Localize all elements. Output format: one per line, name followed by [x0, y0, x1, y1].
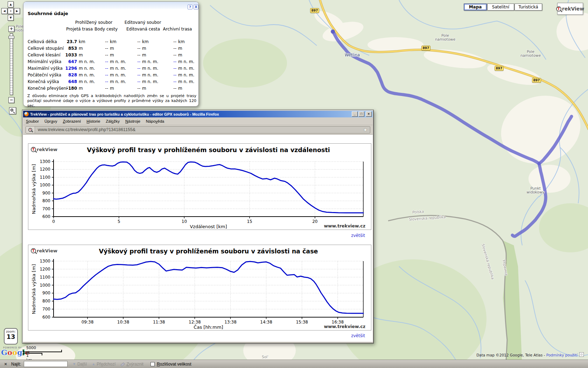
pan-left-button[interactable]: ◀	[1, 8, 7, 14]
maximize-button[interactable]: □	[358, 111, 364, 117]
map-type-satelitni[interactable]: Satelitní	[487, 4, 514, 11]
pan-up-button[interactable]: ▲	[8, 1, 14, 7]
svg-text:15:38: 15:38	[296, 320, 308, 325]
menu-Záložky[interactable]: Záložky	[106, 119, 120, 123]
summary-row: Konečná výška648m n. m.--m n. m.--m n. m…	[23, 79, 198, 85]
svg-text:09:38: 09:38	[82, 320, 94, 325]
summary-row: Maximální výška1296m n. m.--m n. m.--m n…	[23, 66, 198, 71]
elevation-chart-time: TrekView Výškový profil trasy v prohlíže…	[28, 245, 371, 330]
navigation-bar: T www.trekview.cz/trekview/profil.php?13…	[23, 125, 373, 135]
map-type-turisticka[interactable]: Turistická	[514, 4, 542, 11]
magnifier-zoom-button[interactable]	[9, 107, 16, 114]
svg-text:1300: 1300	[40, 159, 50, 164]
page-content: TrekView Výškový profil trasy v prohlíže…	[23, 135, 373, 342]
map-label-village: Sol'	[262, 355, 268, 359]
svg-text:700: 700	[42, 206, 50, 211]
svg-text:900: 900	[42, 191, 50, 196]
watermark-link: www.trekview.cz	[324, 324, 365, 329]
zoom-out-button[interactable]: −	[8, 97, 14, 103]
map-label-camp1: Polenamiotowe	[431, 34, 459, 41]
pan-right-button[interactable]: ▶	[14, 8, 20, 14]
summary-row: Počáteční výška828m n. m.--m n. m.--m n.…	[23, 73, 198, 78]
minus-icon: −	[9, 97, 13, 102]
center-icon: +	[9, 9, 12, 13]
arrow-left-icon: ◀	[3, 9, 5, 13]
svg-text:5: 5	[118, 219, 120, 224]
svg-text:1300: 1300	[40, 259, 50, 264]
summary-row: Celkové stoupání853m--m--m--m	[23, 46, 198, 52]
svg-text:10: 10	[182, 219, 187, 224]
find-input[interactable]	[24, 361, 68, 367]
svg-text:20: 20	[312, 219, 317, 224]
svg-text:11:38: 11:38	[153, 320, 165, 325]
address-bar[interactable]: T www.trekview.cz/trekview/profil.php?13…	[26, 126, 370, 134]
browser-window: TrekView - prohlížeč a plánovač tras pro…	[22, 110, 374, 343]
zoom-in-button[interactable]: +	[8, 26, 14, 32]
enlarge-link[interactable]: zvětšit	[351, 233, 365, 238]
summary-row: Minimální výška647m n. m.--m n. m.--m n.…	[23, 59, 198, 65]
find-zvýraznit-button[interactable]: Zvýraznit	[120, 362, 144, 367]
pan-down-button[interactable]: ▼	[8, 15, 14, 21]
zoom-slider-thumb[interactable]	[8, 36, 14, 39]
svg-text:1100: 1100	[40, 275, 50, 280]
plus-icon: +	[9, 26, 13, 31]
bookmark-star-icon[interactable]: ★	[363, 127, 368, 132]
svg-text:1100: 1100	[40, 175, 50, 180]
firefox-icon	[24, 112, 29, 116]
panel-help-button[interactable]: ?	[188, 5, 192, 9]
watermark-link: www.trekview.cz	[324, 223, 365, 229]
window-titlebar[interactable]: TrekView - prohlížeč a plánovač tras pro…	[23, 111, 373, 117]
menu-Úpravy[interactable]: Úpravy	[44, 119, 57, 123]
svg-text:1200: 1200	[40, 167, 50, 172]
menu-Soubor[interactable]: Soubor	[26, 119, 39, 123]
map-corner-icon[interactable]	[579, 352, 584, 357]
map-label-viewpoint: Punktwidokowy	[522, 186, 550, 194]
scale-bar-top	[23, 350, 62, 352]
arrow-up-icon: ▲	[9, 3, 12, 6]
pan-center-button[interactable]: +	[8, 8, 14, 14]
menu-Zobrazení[interactable]: Zobrazení	[63, 119, 81, 123]
group-header: Prohlížený soubor	[66, 20, 122, 25]
enlarge-link[interactable]: zvětšit	[351, 333, 365, 338]
match-case-label: Rozlišovat velikost	[157, 362, 191, 367]
arrow-down-icon: ▼	[9, 16, 12, 19]
panel-close-button[interactable]: X	[194, 5, 198, 9]
menu-Historie[interactable]: Historie	[86, 119, 100, 123]
url-text: www.trekview.cz/trekview/profil.php?1341…	[38, 127, 135, 132]
elevation-chart-distance: TrekView Výškový profil trasy v prohlíže…	[28, 143, 371, 230]
summary-row: Konečné převýšení-180m--m--m--m	[23, 86, 198, 91]
trekview-favicon: T	[26, 127, 35, 133]
menu-Nástroje[interactable]: Nástroje	[125, 119, 140, 123]
terms-link[interactable]: Podmínky použití	[546, 353, 578, 357]
summary-panel: ? X Souhrnné údaje Prohlížený soubor Edi…	[23, 1, 199, 107]
minimize-button[interactable]: _	[352, 111, 358, 117]
road-badge-897: 897	[310, 8, 319, 13]
svg-text:800: 800	[42, 198, 50, 203]
trekview-logo: TrekView	[557, 3, 583, 15]
close-button[interactable]: ×	[366, 111, 372, 117]
zoom-level-indicator: zoom: 13	[4, 328, 18, 345]
menu-Nápověda[interactable]: Nápověda	[146, 119, 164, 123]
find-buttons: ▼Další▲PředchozíZvýraznit	[72, 362, 148, 367]
svg-text:14:38: 14:38	[260, 320, 272, 325]
road-badge-897: 897	[532, 78, 541, 83]
zoom-slider[interactable]	[10, 33, 13, 95]
svg-text:Nadmořská výška [m]: Nadmořská výška [m]	[31, 164, 36, 214]
highlighter-icon	[120, 362, 125, 366]
find-bar: × Najít: ▼Další▲PředchozíZvýraznit Rozli…	[0, 360, 588, 368]
svg-text:15: 15	[247, 219, 252, 224]
map-type-mapa[interactable]: Mapa	[464, 4, 487, 11]
chart-plot: 600700800900100011001200130009:3810:3811…	[28, 245, 372, 331]
panel-header	[23, 2, 198, 9]
column-header: Body cesty	[85, 27, 127, 32]
svg-text:1000: 1000	[40, 183, 50, 188]
svg-text:13:38: 13:38	[224, 320, 237, 325]
find-předchozí-button[interactable]: ▲Předchozí	[92, 362, 115, 367]
magnifier-icon	[10, 109, 13, 111]
column-header: Archivní trasa	[156, 27, 198, 32]
summary-row: Celkové klesání1033m--m--m--m	[23, 53, 198, 58]
findbar-close-icon[interactable]: ×	[3, 361, 8, 367]
road-badge-897: 897	[495, 66, 504, 71]
match-case-checkbox[interactable]	[150, 362, 155, 366]
find-další-button[interactable]: ▼Další	[72, 362, 87, 367]
